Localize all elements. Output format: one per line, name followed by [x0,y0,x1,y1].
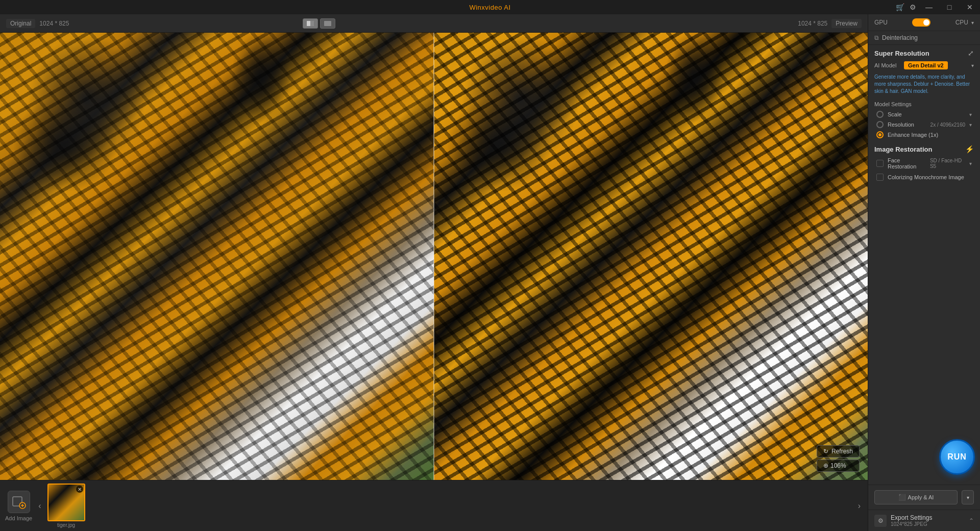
colorizing-label: Colorizing Monochrome Image [888,174,964,180]
image-restoration-title: Image Restoration [874,146,932,153]
resolution-option[interactable]: Resolution 2x / 4096x2160 ▾ [868,119,980,130]
hw-toggle-switch [891,18,952,27]
app-name: Winxvideo [469,4,502,11]
scale-label: Scale [888,111,902,117]
enhance-label: Enhance Image (1x) [888,132,938,138]
settings-icon[interactable]: ⚙ [910,3,916,11]
scale-option[interactable]: Scale ▾ [868,109,980,119]
deinterlacing-row[interactable]: ⧉ Deinterlacing [868,31,980,45]
super-resolution-section: Super Resolution ⤢ [868,45,980,59]
image-container [0,33,868,480]
app-accent: AI [504,4,510,11]
export-chevron-icon[interactable]: ⌃ [969,517,974,524]
add-image-label: Add Image [5,515,32,521]
model-settings-label: Model Settings [868,99,980,109]
ai-model-badge[interactable]: Gen Detail v2 [904,61,948,69]
top-bar: Original 1024 * 825 1024 * 825 Preview [0,14,868,33]
titlebar-icons: 🛒 ⚙ [896,3,916,11]
apply-dropdown[interactable]: ▾ [962,490,974,504]
super-resolution-expand-icon[interactable]: ⤢ [968,49,974,57]
filmstrip-right: › [856,501,863,511]
image-area: Original 1024 * 825 1024 * 825 Preview [0,14,868,531]
filmstrip-next-arrow[interactable]: › [856,499,863,512]
apply-icon: ⬛ [898,494,906,501]
zoom-indicator: ⊕ 106% [817,460,860,472]
main-layout: Original 1024 * 825 1024 * 825 Preview [0,14,980,531]
apply-label: Apply & AI [908,494,934,500]
scale-radio[interactable] [876,111,884,118]
zoom-level: 106% [830,462,846,469]
export-settings-icon: ⚙ [874,515,887,527]
colorizing-option[interactable]: Colorizing Monochrome Image [868,172,980,183]
enhanced-image-panel [434,33,868,480]
enhance-radio[interactable] [876,131,884,138]
preview-labels: 1024 * 825 Preview [798,19,862,28]
split-view-icon [307,21,314,26]
single-view-icon [324,21,331,26]
enhance-option[interactable]: Enhance Image (1x) [868,130,980,140]
zoom-icon: ⊕ [823,462,828,469]
run-button[interactable]: RUN [939,439,975,475]
maximize-button[interactable]: □ [939,0,960,14]
cart-icon[interactable]: 🛒 [896,3,904,11]
deinterlace-icon: ⧉ [874,34,879,41]
titlebar: Winxvideo AI 🛒 ⚙ — □ ✕ [0,0,980,14]
view-toggle [303,18,335,29]
export-title: Export Settings [891,514,965,521]
export-sub: 1024*825 JPEG [891,521,965,527]
hw-toggle-knob [923,19,929,26]
ai-model-dropdown[interactable]: ▾ [971,63,974,68]
filmstrip: Add Image ‹ ✕ tiger.jpg › [0,480,868,531]
close-button[interactable]: ✕ [960,0,980,14]
split-view-btn[interactable] [303,18,318,29]
thumbnail-name: tiger.jpg [57,522,75,528]
thumbnail-wrapper: ✕ tiger.jpg [47,484,85,528]
refresh-label: Refresh [831,448,853,455]
gpu-cpu-row: GPU CPU ▾ [868,14,980,31]
face-restoration-value: SD / Face-HD S5 [930,158,965,169]
export-settings-row[interactable]: ⚙ Export Settings 1024*825 JPEG ⌃ [868,510,980,531]
thumbnail-item[interactable]: ✕ [47,484,85,521]
single-view-btn[interactable] [320,18,335,29]
resolution-dropdown[interactable]: ▾ [969,122,972,128]
colorizing-checkbox[interactable] [876,174,884,181]
scale-dropdown[interactable]: ▾ [969,112,972,117]
original-image-panel [0,33,434,480]
add-image-button[interactable]: Add Image [5,491,32,521]
face-restoration-checkbox[interactable] [876,160,884,167]
deinterlace-label: Deinterlacing [882,34,918,41]
ai-model-description: Generate more details, more clarity, and… [868,73,980,99]
resolution-label: Resolution [888,122,914,128]
ai-model-label: AI Model [874,62,901,68]
right-panel-spacer [868,183,980,485]
preview-dims: 1024 * 825 [798,20,827,27]
refresh-icon: ↻ [823,448,828,455]
thumbnail-close-button[interactable]: ✕ [76,486,83,493]
image-restoration-section: Image Restoration ⚡ [868,140,980,155]
apply-row: ⬛ Apply & AI ▾ [868,485,980,510]
split-divider[interactable] [433,33,434,480]
preview-label: Preview [831,19,862,28]
hw-toggle[interactable] [912,18,930,27]
resolution-radio[interactable] [876,121,884,128]
canvas-area[interactable]: ↻ Refresh ⊕ 106% [0,33,868,480]
super-resolution-title: Super Resolution [874,50,929,57]
refresh-button[interactable]: ↻ Refresh [817,445,860,457]
add-image-icon [8,491,30,513]
original-label: Original [6,19,35,28]
apply-button[interactable]: ⬛ Apply & AI [874,490,958,504]
minimize-button[interactable]: — [919,0,939,14]
cpu-label: CPU [955,19,968,26]
face-restoration-dropdown[interactable]: ▾ [969,161,972,166]
face-restoration-label: Face Restoration [888,157,926,170]
face-restoration-option[interactable]: Face Restoration SD / Face-HD S5 ▾ [868,155,980,172]
hw-dropdown-arrow[interactable]: ▾ [971,20,974,26]
filmstrip-prev-arrow[interactable]: ‹ [36,499,43,513]
gpu-label: GPU [874,19,888,26]
lightning-icon: ⚡ [965,145,974,153]
app-title: Winxvideo AI [469,4,510,11]
export-info: Export Settings 1024*825 JPEG [891,514,965,527]
original-dims: 1024 * 825 [39,20,69,27]
resolution-value: 2x / 4096x2160 [930,122,965,128]
refresh-overlay: ↻ Refresh ⊕ 106% [817,445,860,472]
